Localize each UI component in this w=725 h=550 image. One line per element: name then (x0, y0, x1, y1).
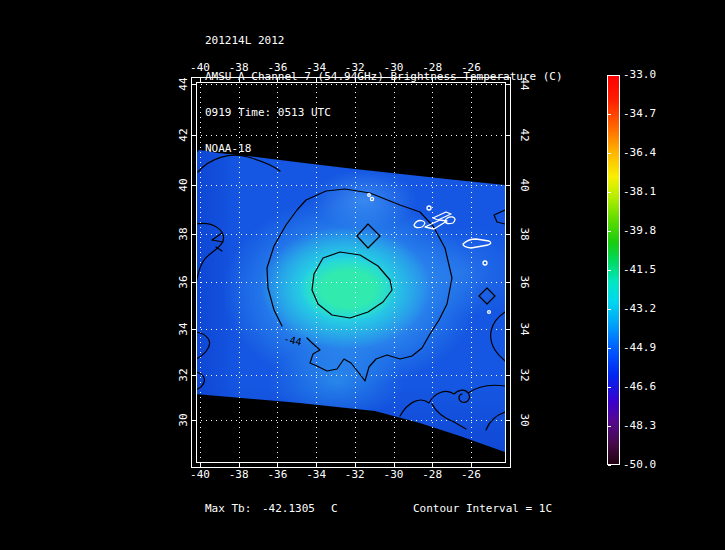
lon-tick-top (394, 78, 395, 82)
lat-tick-label-left: 44 (178, 72, 190, 96)
max-tb-label: Max Tb: (205, 503, 251, 515)
colorbar-tick (608, 153, 611, 154)
colorbar-tick-label: -33.0 (623, 68, 683, 81)
lat-tick-left (192, 420, 196, 421)
lat-tick-label-right: 34 (518, 317, 530, 341)
lon-tick-top (316, 78, 317, 82)
map-frame-inner (196, 82, 506, 463)
lat-tick-label-left: 30 (178, 408, 190, 432)
lon-tick-label-top: -26 (451, 62, 491, 74)
lon-tick-top (239, 78, 240, 82)
colorbar-tick (608, 270, 611, 271)
colorbar-tick (608, 114, 611, 115)
lat-tick-label-left: 36 (178, 270, 190, 294)
colorbar-tick (608, 465, 611, 466)
lon-tick-label-bottom: -34 (296, 469, 336, 481)
colorbar-tick (608, 348, 611, 349)
lat-tick-label-left: 42 (178, 123, 190, 147)
lon-tick-top (200, 78, 201, 82)
lat-tick-label-left: 34 (178, 317, 190, 341)
lat-tick-label-right: 38 (518, 222, 530, 246)
lon-tick-label-bottom: -32 (335, 469, 375, 481)
lon-tick-bottom (394, 462, 395, 467)
colorbar-tick-label: -34.7 (623, 107, 683, 120)
colorbar-tick-label: -39.8 (623, 224, 683, 237)
lat-tick-label-right: 32 (518, 363, 530, 387)
colorbar-tick (608, 75, 611, 76)
lon-tick-label-top: -36 (257, 62, 297, 74)
max-tb-value: -42.1305 (262, 503, 315, 515)
lat-tick-right (505, 135, 510, 136)
lon-tick-label-bottom: -28 (412, 469, 452, 481)
lat-tick-label-right: 40 (518, 173, 530, 197)
lon-tick-label-top: -30 (374, 62, 414, 74)
lon-tick-bottom (316, 462, 317, 467)
lat-tick-left (192, 329, 196, 330)
colorbar-tick (608, 192, 611, 193)
colorbar-tick-label: -36.4 (623, 146, 683, 159)
lat-tick-left (192, 185, 196, 186)
screenshot-root: 201214L 2012 AMSU-A Channel 7 (54.94GHz)… (0, 0, 725, 550)
colorbar-tick (608, 309, 611, 310)
lon-tick-label-top: -28 (412, 62, 452, 74)
lat-tick-left (192, 135, 196, 136)
lat-tick-label-left: 38 (178, 222, 190, 246)
lat-tick-label-left: 32 (178, 363, 190, 387)
lat-tick-right (505, 420, 510, 421)
colorbar-tick (608, 231, 611, 232)
lon-tick-bottom (355, 462, 356, 467)
lat-tick-left (192, 375, 196, 376)
lon-tick-label-bottom: -36 (257, 469, 297, 481)
lon-tick-label-bottom: -26 (451, 469, 491, 481)
lon-tick-label-bottom: -38 (219, 469, 259, 481)
lat-tick-right (505, 329, 510, 330)
lat-tick-label-right: 36 (518, 270, 530, 294)
lat-tick-label-right: 30 (518, 408, 530, 432)
lat-tick-left (192, 282, 196, 283)
lat-tick-label-right: 42 (518, 123, 530, 147)
lon-tick-label-top: -34 (296, 62, 336, 74)
lat-tick-left (192, 84, 196, 85)
colorbar-tick-label: -46.6 (623, 380, 683, 393)
lon-tick-bottom (239, 462, 240, 467)
lon-tick-bottom (277, 462, 278, 467)
lon-tick-label-top: -38 (219, 62, 259, 74)
lon-tick-bottom (471, 462, 472, 467)
contour-interval-label: Contour Interval = 1C (413, 503, 552, 515)
lon-tick-label-bottom: -40 (180, 469, 220, 481)
lon-tick-label-bottom: -30 (374, 469, 414, 481)
lon-tick-top (471, 78, 472, 82)
lat-tick-left (192, 234, 196, 235)
lon-tick-top (355, 78, 356, 82)
colorbar-tick-label: -44.9 (623, 341, 683, 354)
colorbar-tick-label: -41.5 (623, 263, 683, 276)
lat-tick-right (505, 234, 510, 235)
lat-tick-label-right: 44 (518, 72, 530, 96)
lat-tick-right (505, 185, 510, 186)
colorbar-tick (608, 387, 611, 388)
colorbar-tick-label: -50.0 (623, 458, 683, 471)
lon-tick-bottom (200, 462, 201, 467)
colorbar-tick-label: -48.3 (623, 419, 683, 432)
lat-tick-right (505, 84, 510, 85)
colorbar-tick-label: -43.2 (623, 302, 683, 315)
lon-tick-top (432, 78, 433, 82)
lat-tick-label-left: 40 (178, 173, 190, 197)
colorbar-tick (608, 426, 611, 427)
lat-tick-right (505, 282, 510, 283)
lon-tick-bottom (432, 462, 433, 467)
storm-id: 201214L 2012 (205, 35, 563, 47)
colorbar-tick-label: -38.1 (623, 185, 683, 198)
lat-tick-right (505, 375, 510, 376)
lon-tick-label-top: -32 (335, 62, 375, 74)
max-tb-unit: C (331, 503, 338, 515)
lon-tick-top (277, 78, 278, 82)
